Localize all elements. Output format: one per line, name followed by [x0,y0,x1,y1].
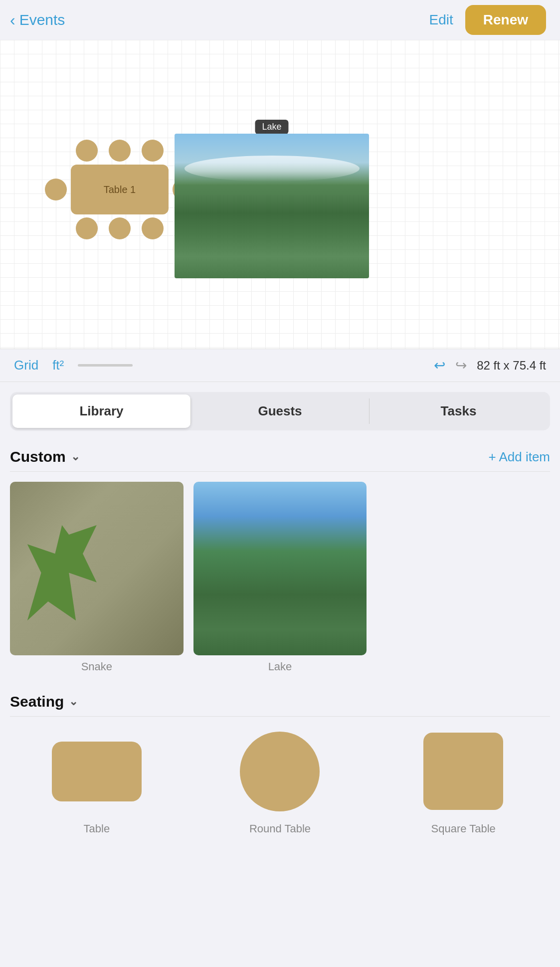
custom-chevron-icon: ⌄ [71,450,80,463]
grid-label[interactable]: Grid [14,358,38,373]
back-button[interactable]: ‹ Events [10,11,65,29]
seating-section-divider [10,716,550,717]
round-table-shape [240,732,320,811]
chair-bottom-left [76,217,98,239]
chair-top-center [109,140,131,162]
table-label: Table [84,822,110,835]
zoom-slider[interactable] [78,364,133,367]
seating-section-header: Seating ⌄ [10,687,550,714]
lake-image-thumb [193,482,367,655]
library-item-lake[interactable]: Lake [193,482,367,673]
seating-chevron-icon: ⌄ [69,695,78,708]
table1-element[interactable]: Table 1 [45,140,194,239]
lake-element[interactable]: Lake [175,134,369,278]
table-shape [52,742,142,801]
lake-thumbnail [193,482,367,655]
library-item-snake[interactable]: Snake [10,482,184,673]
table1-label: Table 1 [104,184,136,195]
seating-items-grid: Table Round Table Square Table [10,727,550,835]
custom-items-grid: Snake Lake [10,482,550,673]
bottom-toolbar: Grid ft² ↩ ↪ 82 ft x 75.4 ft [0,349,560,382]
square-table-label: Square Table [431,822,496,835]
redo-button[interactable]: ↪ [455,357,467,374]
snake-image [10,482,184,655]
chevron-left-icon: ‹ [10,11,15,29]
seating-item-square-table[interactable]: Square Table [376,727,550,835]
undo-button[interactable]: ↩ [434,357,445,374]
chair-top-left [76,140,98,162]
dimensions-display: 82 ft x 75.4 ft [477,359,546,373]
custom-section-divider [10,471,550,472]
lake-badge: Lake [255,120,288,134]
canvas-area[interactable]: Table 1 Lake [0,40,560,349]
add-item-button[interactable]: + Add item [488,449,550,465]
custom-section-title[interactable]: Custom ⌄ [10,448,80,465]
tabs-bar: Library Guests Tasks [10,392,550,430]
tab-library[interactable]: Library [12,394,190,428]
seating-item-table[interactable]: Table [10,727,184,835]
round-table-shape-container [225,727,335,816]
snake-label: Snake [81,660,112,673]
library-content: Custom ⌄ + Add item Snake Lake Seating ⌄ [0,442,560,835]
custom-section-header: Custom ⌄ + Add item [10,442,550,469]
square-table-shape [423,733,503,810]
toolbar-right: ↩ ↪ 82 ft x 75.4 ft [434,357,546,374]
edit-button[interactable]: Edit [429,12,453,28]
table1-rect: Table 1 [71,165,169,214]
seating-section-title[interactable]: Seating ⌄ [10,693,78,710]
snake-thumbnail [10,482,184,655]
square-table-shape-container [408,727,518,816]
chair-bottom-right [142,217,164,239]
custom-title-text: Custom [10,448,66,465]
table1-bottom-chairs [76,217,164,239]
lake-image [175,134,369,278]
table1-top-chairs [76,140,164,162]
chair-bottom-center [109,217,131,239]
lake-label: Lake [268,660,292,673]
renew-button[interactable]: Renew [465,5,546,35]
seating-section: Seating ⌄ Table Round Table [10,687,550,835]
back-label: Events [19,11,65,28]
tab-tasks[interactable]: Tasks [370,394,548,428]
seating-item-round-table[interactable]: Round Table [193,727,367,835]
round-table-label: Round Table [249,822,311,835]
header-right: Edit Renew [429,5,547,35]
chair-top-right [142,140,164,162]
app-header: ‹ Events Edit Renew [0,0,560,40]
seating-title-text: Seating [10,693,64,710]
table-shape-container [42,727,152,816]
table1-middle-row: Table 1 [45,165,194,214]
chair-left [45,179,67,200]
sqft-label: ft² [52,358,64,373]
tab-guests[interactable]: Guests [191,394,369,428]
toolbar-left: Grid ft² [14,358,133,373]
